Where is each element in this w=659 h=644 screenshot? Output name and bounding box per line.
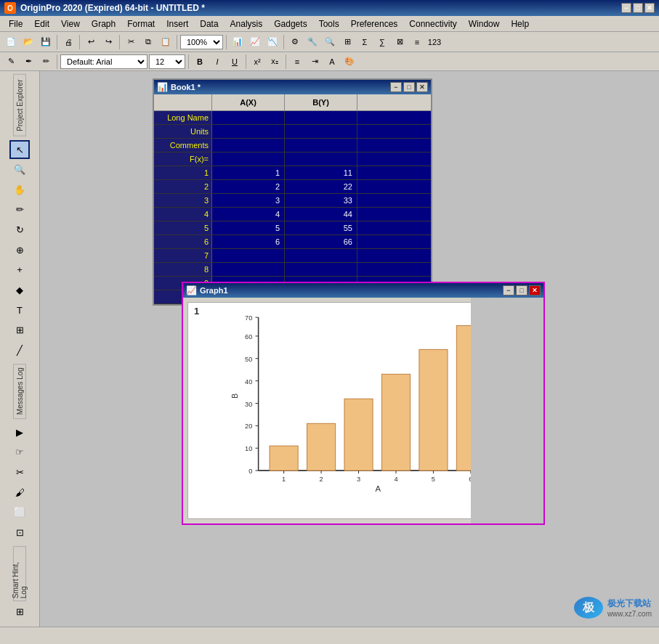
project-explorer-tab[interactable]: Project Explorer <box>13 74 26 136</box>
open-btn[interactable]: 📂 <box>20 34 36 50</box>
minimize-btn[interactable]: − <box>621 3 631 13</box>
pan-tool[interactable]: ✋ <box>9 180 30 200</box>
eraser-tool[interactable]: ⬜ <box>9 502 30 522</box>
save-btn[interactable]: 💾 <box>38 34 54 50</box>
fill-tool[interactable]: ⊡ <box>9 523 30 542</box>
menu-insert[interactable]: Insert <box>161 17 194 30</box>
cell-b-1[interactable]: 11 <box>285 166 357 179</box>
cell-b-longname[interactable] <box>285 111 357 124</box>
menu-gadgets[interactable]: Gadgets <box>268 17 312 30</box>
cell-b-units[interactable] <box>285 125 357 138</box>
table-tool[interactable]: ⊞ <box>9 602 30 621</box>
tool5[interactable]: Σ <box>357 34 373 50</box>
cell-a-2[interactable]: 2 <box>212 180 285 193</box>
book1-minimize[interactable]: − <box>390 82 402 92</box>
cut-btn[interactable]: ✂ <box>123 34 139 50</box>
cell-a-units[interactable] <box>212 125 285 138</box>
menu-connectivity[interactable]: Connectivity <box>403 17 462 30</box>
menu-graph[interactable]: Graph <box>86 17 121 30</box>
cell-a-longname[interactable] <box>212 111 285 124</box>
menu-window[interactable]: Window <box>463 17 506 30</box>
draw-tool[interactable]: ✏ <box>9 200 30 220</box>
cell-b-comments[interactable] <box>285 139 357 152</box>
graph1-close[interactable]: ✕ <box>529 285 541 295</box>
rotate-tool[interactable]: ↻ <box>9 220 30 240</box>
menu-file[interactable]: File <box>3 17 28 30</box>
cell-a-4[interactable]: 4 <box>212 208 285 221</box>
cell-b-6[interactable]: 66 <box>285 235 357 248</box>
color-btn[interactable]: A <box>324 54 340 70</box>
menu-edit[interactable]: Edit <box>28 17 55 30</box>
new-btn[interactable]: 📄 <box>3 34 19 50</box>
graph1-maximize[interactable]: □ <box>516 285 527 295</box>
menu-tools[interactable]: Tools <box>313 17 345 30</box>
cell-b-3[interactable]: 33 <box>285 194 357 207</box>
cell-a-3[interactable]: 3 <box>212 194 285 207</box>
bg-color-btn[interactable]: 🎨 <box>341 54 357 70</box>
tool1[interactable]: ⚙ <box>287 34 303 50</box>
tool6[interactable]: ∑ <box>374 34 390 50</box>
font-selector[interactable]: Default: Arial <box>60 54 147 69</box>
cell-b-4[interactable]: 44 <box>285 208 357 221</box>
cell-a-8[interactable] <box>212 263 285 276</box>
book1-controls[interactable]: − □ ✕ <box>390 82 428 92</box>
book1-close[interactable]: ✕ <box>416 82 428 92</box>
cell-a-6[interactable]: 6 <box>212 235 285 248</box>
paste-btn[interactable]: 📋 <box>158 34 174 50</box>
col-header-A[interactable]: A(X) <box>212 94 285 110</box>
cell-b-8[interactable] <box>285 263 357 276</box>
cursor-tool[interactable]: ↖ <box>9 140 30 160</box>
redo-btn[interactable]: ↪ <box>100 34 116 50</box>
col-header-B[interactable]: B(Y) <box>285 94 357 110</box>
subscript-btn[interactable]: x₂ <box>267 54 283 70</box>
graph-btn3[interactable]: 📉 <box>264 34 280 50</box>
menu-view[interactable]: View <box>55 17 86 30</box>
cell-b-fx[interactable] <box>285 152 357 166</box>
menu-analysis[interactable]: Analysis <box>225 17 269 30</box>
graph1-minimize[interactable]: − <box>503 285 514 295</box>
tool4[interactable]: ⊞ <box>339 34 355 50</box>
italic-btn[interactable]: I <box>209 54 225 70</box>
underline-btn[interactable]: U <box>227 54 243 70</box>
tool7[interactable]: ⊠ <box>392 34 408 50</box>
tool3[interactable]: 🔍 <box>322 34 338 50</box>
hand-tool[interactable]: ☞ <box>9 442 30 462</box>
cell-a-5[interactable]: 5 <box>212 221 285 235</box>
plus-tool[interactable]: + <box>9 261 30 280</box>
text-tool[interactable]: T <box>9 301 30 320</box>
superscript-btn[interactable]: x² <box>249 54 265 70</box>
font-size-selector[interactable]: 12 <box>149 54 185 69</box>
book1-maximize[interactable]: □ <box>403 82 415 92</box>
align-btn[interactable]: ≡ <box>289 54 305 70</box>
cell-a-comments[interactable] <box>212 139 285 152</box>
graph1-controls[interactable]: − □ ✕ <box>503 285 541 295</box>
cell-a-7[interactable] <box>212 249 285 262</box>
copy-btn[interactable]: ⧉ <box>140 34 156 50</box>
menu-data[interactable]: Data <box>194 17 224 30</box>
frame-tool[interactable]: ⊞ <box>9 320 30 340</box>
text-tool3[interactable]: ✏ <box>38 54 54 70</box>
tool9[interactable]: 123 <box>426 34 442 50</box>
text-tool2[interactable]: ✒ <box>20 54 36 70</box>
maximize-btn[interactable]: □ <box>633 3 643 13</box>
pointer-tool[interactable]: ▶ <box>9 423 30 442</box>
menu-preferences[interactable]: Preferences <box>345 17 404 30</box>
indent-btn[interactable]: ⇥ <box>307 54 323 70</box>
line-tool[interactable]: ╱ <box>9 341 30 360</box>
tool8[interactable]: ≡ <box>409 34 425 50</box>
graph-btn1[interactable]: 📊 <box>230 34 246 50</box>
undo-btn[interactable]: ↩ <box>83 34 99 50</box>
cell-b-2[interactable]: 22 <box>285 180 357 193</box>
smart-hint-tab[interactable]: Smart Hint, Log <box>13 546 26 601</box>
bold-btn[interactable]: B <box>192 54 208 70</box>
brush-tool[interactable]: 🖌 <box>9 483 30 502</box>
messages-log-tab[interactable]: Messages Log <box>13 364 26 419</box>
cell-b-7[interactable] <box>285 249 357 262</box>
cell-b-5[interactable]: 55 <box>285 221 357 235</box>
zoom-tool[interactable]: 🔍 <box>9 160 30 179</box>
menu-format[interactable]: Format <box>121 17 161 30</box>
graph-btn2[interactable]: 📈 <box>247 34 263 50</box>
cell-a-fx[interactable] <box>212 152 285 166</box>
print-btn[interactable]: 🖨 <box>60 34 76 50</box>
scale-tool[interactable]: ⊕ <box>9 240 30 260</box>
